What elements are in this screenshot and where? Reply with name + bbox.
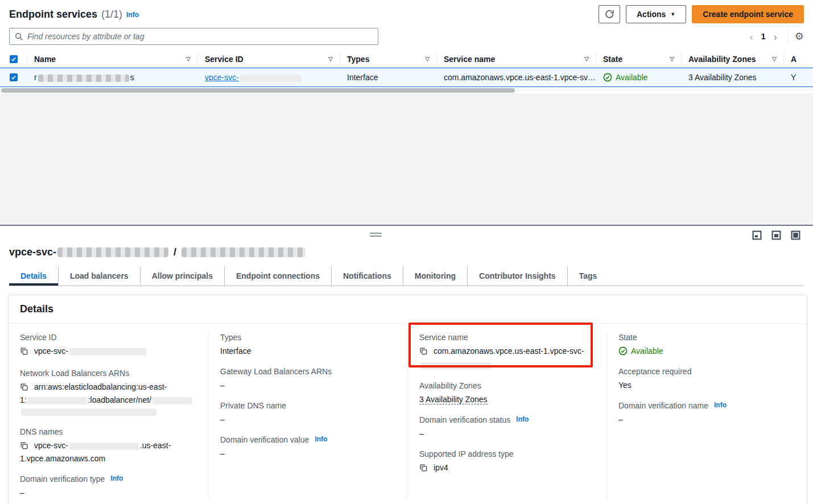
column-header-acceptance[interactable]: A — [784, 53, 813, 65]
field-domain-verification-status: Domain verification statusInfo – — [419, 414, 595, 439]
copy-icon[interactable] — [20, 441, 28, 453]
panel-tabs: Details Load balancers Allow principals … — [9, 267, 804, 286]
field-domain-verification-name: Domain verification nameInfo – — [618, 400, 795, 425]
search-box[interactable] — [9, 28, 378, 45]
create-label: Create endpoint service — [703, 10, 793, 19]
tab-allow-principals[interactable]: Allow principals — [140, 267, 224, 286]
redacted-text — [181, 247, 306, 257]
field-availability-zones: Availability Zones 3 Availability Zones — [419, 380, 595, 405]
redacted-text — [420, 362, 492, 370]
tab-monitoring[interactable]: Monitoring — [403, 267, 467, 286]
horizontal-scrollbar — [0, 87, 813, 94]
panel-size-small-button[interactable] — [752, 230, 762, 240]
search-input[interactable] — [27, 32, 373, 41]
next-page-button[interactable]: › — [770, 31, 781, 42]
column-header-state[interactable]: State▽ — [596, 53, 682, 65]
column-header-name[interactable]: Name▽ — [27, 53, 198, 65]
previous-page-button[interactable]: ‹ — [746, 31, 756, 42]
field-nlb-arns: Network Load Balancers ARNs arn:aws:elas… — [20, 367, 197, 417]
select-all-checkbox[interactable] — [10, 55, 18, 63]
column-header-availability-zones[interactable]: Availability Zones▽ — [682, 53, 784, 65]
actions-button[interactable]: Actions ▼ — [626, 5, 686, 23]
column-header-service-name[interactable]: Service name▽ — [437, 53, 596, 65]
panel-size-medium-button[interactable] — [771, 230, 781, 240]
split-panel-drag-handle[interactable] — [370, 233, 382, 238]
page-title: Endpoint services — [9, 9, 97, 20]
cell-acceptance: Y — [784, 73, 813, 82]
info-link[interactable]: Info — [315, 433, 327, 445]
redacted-text — [28, 397, 87, 404]
panel-title: vpce-svc- / — [0, 226, 813, 258]
check-circle-icon — [618, 346, 628, 356]
copy-icon[interactable] — [419, 464, 428, 475]
details-column-2: Types Interface Gateway Load Balancers A… — [209, 332, 408, 498]
cell-types: Interface — [340, 73, 437, 82]
availability-zones-popover[interactable]: 3 Availability Zones — [688, 73, 757, 82]
search-icon — [15, 32, 23, 41]
sort-icon: ▽ — [584, 56, 589, 62]
horizontal-scrollbar-thumb[interactable] — [1, 88, 515, 93]
info-link[interactable]: Info — [126, 11, 139, 19]
table-header: Name▽ Service ID▽ Types▽ Service name▽ S… — [0, 51, 813, 68]
cell-service-id: vpce-svc- — [198, 73, 340, 82]
redacted-text — [21, 408, 156, 416]
select-all-cell — [0, 55, 27, 63]
field-state: State Available — [618, 332, 795, 357]
tab-endpoint-connections[interactable]: Endpoint connections — [224, 267, 331, 286]
tab-contributor-insights[interactable]: Contributor Insights — [467, 267, 567, 286]
field-domain-verification-type: Domain verification typeInfo – — [20, 473, 197, 498]
field-dns-names: DNS names vpce-svc-.us-east- 1.vpce.amaz… — [20, 426, 197, 464]
sort-icon: ▽ — [772, 56, 777, 62]
info-link[interactable]: Info — [110, 473, 123, 484]
field-domain-verification-value: Domain verification valueInfo – — [220, 434, 396, 459]
cell-state: Available — [596, 73, 682, 82]
availability-zones-popover[interactable]: 3 Availability Zones — [419, 395, 488, 404]
info-link[interactable]: Info — [714, 399, 727, 411]
tab-notifications[interactable]: Notifications — [331, 267, 403, 286]
info-link[interactable]: Info — [516, 414, 529, 425]
create-endpoint-service-button[interactable]: Create endpoint service — [692, 5, 804, 23]
table-row[interactable]: rs vpce-svc- Interface com.amazonaws.vpc… — [0, 68, 813, 87]
settings-gear-icon[interactable]: ⚙ — [795, 31, 804, 42]
cell-service-name: com.amazonaws.vpce.us-east-1.vpce-sv… — [437, 73, 596, 82]
actions-label: Actions — [637, 10, 666, 19]
details-card: Details Service ID vpce-svc- Network Loa… — [8, 295, 807, 504]
status-badge: Available — [616, 73, 648, 82]
column-header-service-id[interactable]: Service ID▽ — [198, 53, 340, 65]
details-column-3: Service name com.amazonaws.vpce.us-east-… — [408, 332, 607, 498]
tab-details[interactable]: Details — [9, 267, 58, 286]
sort-icon: ▽ — [328, 56, 333, 62]
tab-tags[interactable]: Tags — [567, 267, 609, 286]
chevron-down-icon: ▼ — [670, 11, 675, 17]
tab-load-balancers[interactable]: Load balancers — [58, 267, 140, 286]
copy-icon[interactable] — [419, 347, 428, 358]
split-panel-controls — [752, 230, 800, 240]
split-panel: vpce-svc- / Details Load balancers Allow… — [0, 225, 813, 504]
sort-icon: ▽ — [425, 56, 430, 62]
field-acceptance-required: Acceptance required Yes — [618, 366, 795, 391]
panel-size-full-button[interactable] — [791, 230, 800, 240]
field-service-name: Service name com.amazonaws.vpce.us-east-… — [419, 332, 595, 371]
redacted-text — [152, 397, 192, 404]
status-badge: Available — [631, 345, 663, 357]
sort-icon: ▽ — [670, 56, 674, 62]
copy-icon[interactable] — [20, 383, 28, 394]
cell-availability-zones: 3 Availability Zones — [682, 73, 784, 82]
refresh-button[interactable] — [599, 5, 620, 23]
field-glb-arns: Gateway Load Balancers ARNs – — [220, 366, 396, 391]
service-id-link[interactable]: vpce-svc- — [205, 73, 303, 82]
row-checkbox[interactable] — [10, 73, 18, 81]
details-column-4: State Available Acceptance required Yes — [607, 332, 807, 498]
page-header: Endpoint services (1/1) Info Actions ▼ C… — [0, 0, 813, 27]
field-private-dns-name: Private DNS name – — [220, 400, 396, 425]
redacted-text — [240, 75, 302, 82]
refresh-icon — [605, 10, 614, 19]
redacted-text — [69, 443, 139, 450]
copy-icon[interactable] — [20, 347, 28, 358]
redacted-text — [38, 75, 129, 82]
page-number: 1 — [757, 32, 770, 41]
column-header-types[interactable]: Types▽ — [340, 53, 437, 65]
divider — [787, 30, 788, 43]
resource-count: (1/1) — [101, 9, 122, 20]
empty-area — [0, 94, 813, 225]
